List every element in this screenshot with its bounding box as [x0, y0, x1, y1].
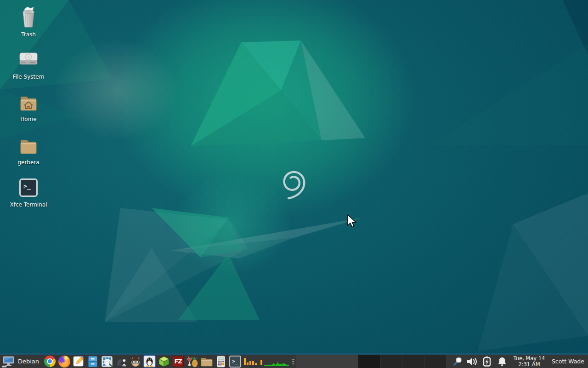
tux-icon [143, 355, 156, 368]
chess-icon [115, 356, 127, 368]
desktop-icon-label: Xfce Terminal [10, 201, 47, 208]
desktop-icon-grid: Trash File System Home [0, 0, 60, 350]
cpu-monitor-plugin[interactable] [244, 357, 262, 366]
workspace-pager [358, 355, 446, 368]
terminal-icon: >_ [19, 178, 38, 197]
mouse-cursor [347, 214, 357, 229]
launcher-app-finder[interactable] [100, 355, 114, 368]
launcher-filezilla[interactable]: FZ [171, 355, 185, 368]
launcher-chrome[interactable] [43, 355, 57, 368]
launcher-terminal[interactable]: >_ [228, 355, 242, 368]
volume-icon[interactable] [466, 356, 478, 367]
desktop-icon-label: gerbera [17, 159, 39, 166]
launcher-calculator[interactable] [214, 355, 228, 368]
computer-monitor-icon [2, 356, 16, 368]
launcher-detective-cat[interactable] [128, 355, 142, 368]
clock[interactable]: Tue, May 14 2:31 AM [511, 356, 547, 368]
firefox-icon [58, 356, 70, 368]
file-cabinet-icon [87, 356, 99, 368]
system-tray [446, 356, 511, 367]
launcher-cocktail[interactable] [185, 355, 199, 368]
launcher-file-manager[interactable] [199, 355, 214, 368]
desktop-icon-file-system[interactable]: File System [9, 48, 48, 80]
panel-handle[interactable] [290, 355, 296, 368]
desktop-icon-xfce-terminal[interactable]: >_ Xfce Terminal [9, 176, 48, 208]
battery-charging-icon[interactable] [482, 356, 493, 367]
workspace-4[interactable] [424, 355, 446, 368]
chrome-icon [44, 356, 56, 367]
taskbar-panel: Debian [0, 353, 588, 368]
folder-icon [200, 356, 213, 367]
network-monitor-plugin[interactable] [264, 357, 289, 366]
workspace-3[interactable] [402, 355, 424, 368]
desktop-icon-label: File System [13, 74, 45, 80]
hard-drive-icon [17, 51, 40, 69]
applications-menu-button[interactable]: Debian [0, 355, 43, 368]
folder-icon [17, 135, 40, 156]
user-name[interactable]: Scott Wade [552, 358, 584, 365]
app-finder-icon [101, 356, 113, 368]
trash-icon [17, 6, 40, 29]
launcher-firefox[interactable] [57, 355, 71, 368]
wallpaper [0, 0, 588, 368]
magnifier-tray-icon[interactable] [452, 356, 463, 367]
desktop: Trash File System Home [0, 0, 588, 368]
launcher-chess[interactable] [114, 355, 128, 368]
calculator-icon [215, 356, 227, 368]
launcher-text-editor[interactable] [71, 355, 85, 368]
workspace-1[interactable] [358, 355, 380, 368]
detective-cat-icon [130, 356, 141, 368]
filezilla-icon: FZ [173, 356, 184, 367]
desktop-icon-trash[interactable]: Trash [9, 6, 48, 38]
text-editor-icon [73, 356, 85, 368]
clock-time: 2:31 AM [511, 362, 547, 368]
clock-date: Tue, May 14 [511, 356, 547, 362]
launcher-green-cube[interactable] [157, 355, 171, 368]
window-buttons-area [296, 355, 358, 368]
green-cube-icon [158, 356, 170, 368]
launcher-file-cabinet[interactable] [85, 355, 100, 368]
home-folder-icon [17, 92, 40, 113]
desktop-icon-label: Trash [21, 31, 36, 38]
desktop-icon-home[interactable]: Home [9, 90, 48, 123]
desktop-icon-gerbera[interactable]: gerbera [9, 133, 48, 166]
notifications-bell-icon[interactable] [497, 356, 508, 367]
terminal-icon: >_ [229, 356, 241, 368]
cocktail-pineapple-icon [186, 356, 199, 368]
launcher-tux[interactable] [142, 355, 157, 368]
menu-label: Debian [18, 358, 39, 365]
workspace-2[interactable] [380, 355, 402, 368]
desktop-icon-label: Home [20, 116, 36, 122]
